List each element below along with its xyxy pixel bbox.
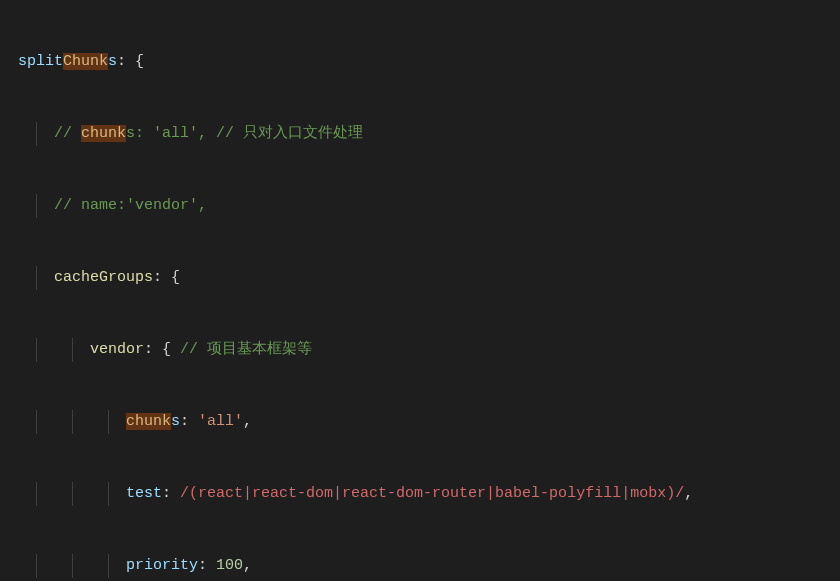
property-key: priority: [126, 557, 198, 574]
property-key: cacheGroups: [54, 269, 153, 286]
comment: // chunks: 'all', // 只对入口文件处理: [54, 125, 363, 142]
punctuation: :: [180, 413, 198, 430]
highlight-match: Chunk: [63, 53, 108, 70]
regex-literal: /(react|react-dom|react-dom-router|babel…: [180, 485, 684, 502]
code-editor[interactable]: splitChunks: { // chunks: 'all', // 只对入口…: [0, 0, 840, 581]
punctuation: :: [198, 557, 216, 574]
property-key: test: [126, 485, 162, 502]
string-literal: 'all': [198, 413, 243, 430]
property-key: s: [108, 53, 117, 70]
punctuation: ,: [243, 557, 252, 574]
property-key: split: [18, 53, 63, 70]
highlight-match: chunk: [126, 413, 171, 430]
code-line: cacheGroups: {: [0, 266, 840, 290]
code-line: splitChunks: {: [0, 50, 840, 74]
punctuation: : {: [144, 341, 180, 358]
property-key: s: [171, 413, 180, 430]
code-line: chunks: 'all',: [0, 410, 840, 434]
punctuation: :: [162, 485, 180, 502]
comment: // 项目基本框架等: [180, 341, 312, 358]
punctuation: : {: [153, 269, 180, 286]
punctuation: : {: [117, 53, 144, 70]
code-line: priority: 100,: [0, 554, 840, 578]
property-key: vendor: [90, 341, 144, 358]
code-line: test: /(react|react-dom|react-dom-router…: [0, 482, 840, 506]
code-line: // name:'vendor',: [0, 194, 840, 218]
punctuation: ,: [684, 485, 693, 502]
code-line: vendor: { // 项目基本框架等: [0, 338, 840, 362]
code-line: // chunks: 'all', // 只对入口文件处理: [0, 122, 840, 146]
number-literal: 100: [216, 557, 243, 574]
comment: // name:'vendor',: [54, 197, 207, 214]
punctuation: ,: [243, 413, 252, 430]
highlight-match: chunk: [81, 125, 126, 142]
